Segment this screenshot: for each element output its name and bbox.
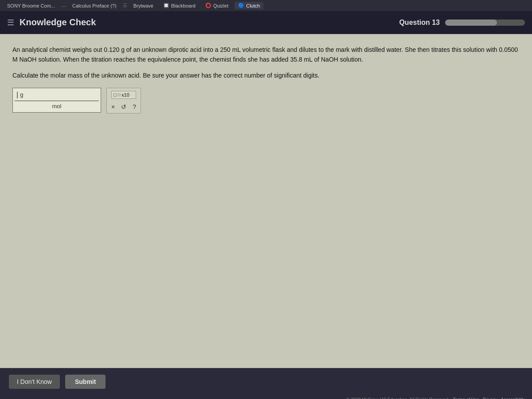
hamburger-icon[interactable]: ☰	[7, 18, 14, 27]
tab-quizlet-label: Quizlet	[213, 3, 228, 8]
terms-of-use-link[interactable]: Terms of Use	[453, 397, 479, 399]
superscript-button-label: □	[113, 92, 117, 98]
question-instruction: Calculate the molar mass of the unknown …	[12, 72, 520, 79]
browser-tab-bar: SONY Broome Com... — Calculus Preface (?…	[0, 0, 532, 11]
help-button[interactable]: ?	[133, 103, 136, 110]
undo-button[interactable]: ↺	[121, 103, 126, 110]
question-body: An analytical chemist weighs out 0.120 g…	[12, 45, 520, 65]
tab-brytwave-label: Brytwave	[133, 3, 153, 8]
accessibility-link[interactable]: Accessibility	[501, 397, 525, 399]
progress-bar-fill	[445, 20, 497, 26]
tab-blackboard[interactable]: 🔲 Blackboard	[160, 2, 199, 9]
superscript-toolbar: □ □ x10 × ↺ ?	[106, 88, 141, 113]
tab-brytwave[interactable]: Brytwave	[130, 2, 157, 9]
denominator-unit: mol	[52, 103, 62, 110]
tab-calculus[interactable]: Calculus Preface (?)	[69, 2, 120, 9]
progress-bar	[445, 20, 525, 26]
main-container: ☰ Knowledge Check Question 13 An analyti…	[0, 11, 532, 368]
fraction-input[interactable]: | g mol	[12, 88, 101, 113]
copyright-text: © 2020 McGraw-Hill Education. All Rights…	[346, 397, 449, 399]
tab-clutch[interactable]: 🔵 Clutch	[235, 2, 263, 9]
toolbar-actions: × ↺ ?	[111, 103, 136, 110]
app-header: ☰ Knowledge Check Question 13	[0, 11, 532, 34]
fraction-line	[15, 101, 99, 101]
tab-clutch-icon: 🔵	[238, 3, 244, 8]
dont-know-button[interactable]: I Don't Know	[9, 375, 60, 389]
tab-blackboard-label: Blackboard	[171, 3, 196, 8]
fraction-numerator: | g	[15, 90, 99, 100]
superscript-button[interactable]: □ □ x10	[111, 91, 136, 99]
cursor-icon: |	[16, 91, 18, 99]
submit-button[interactable]: Submit	[65, 375, 106, 389]
content-area: An analytical chemist weighs out 0.120 g…	[0, 34, 532, 368]
superscript-x10: x10	[121, 92, 129, 98]
copyright-bar: © 2020 McGraw-Hill Education. All Rights…	[0, 395, 532, 399]
tab-clutch-label: Clutch	[246, 3, 260, 8]
tab-quizlet-icon: ⭕	[205, 3, 211, 8]
question-label: Question 13	[399, 19, 440, 27]
fraction-denominator: mol	[51, 102, 63, 110]
tab-calculus-label: Calculus Preface (?)	[72, 3, 117, 8]
tab-blackboard-icon: 🔲	[163, 3, 169, 8]
numerator-unit: g	[20, 91, 23, 98]
superscript-exp: □	[118, 93, 120, 97]
clear-button[interactable]: ×	[111, 103, 115, 110]
page-title: Knowledge Check	[20, 17, 399, 27]
tab-sony-label: SONY Broome Com...	[7, 3, 55, 8]
tab-sony[interactable]: SONY Broome Com...	[4, 2, 59, 9]
answer-area: | g mol □ □ x10 × ↺ ?	[12, 88, 520, 113]
bottom-bar: I Don't Know Submit	[0, 368, 532, 395]
tab-quizlet[interactable]: ⭕ Quizlet	[202, 2, 232, 9]
privacy-link[interactable]: Privacy	[483, 397, 497, 399]
question-paragraph: An analytical chemist weighs out 0.120 g…	[12, 45, 520, 65]
